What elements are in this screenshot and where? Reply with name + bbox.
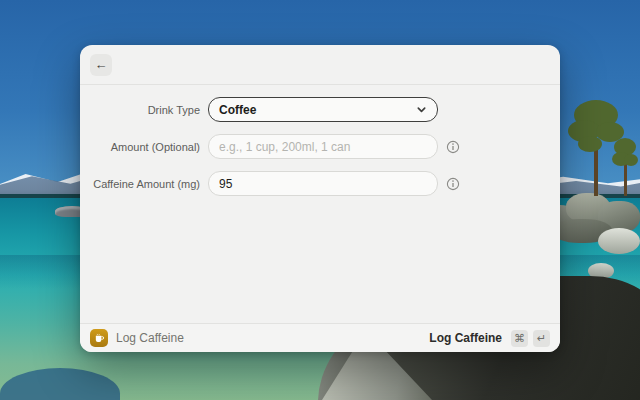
log-caffeine-action[interactable]: Log Caffeine [429, 331, 502, 345]
caffeine-amount-input[interactable] [219, 172, 427, 195]
wallpaper-white-boulder [598, 228, 640, 254]
back-button[interactable]: ← [90, 54, 112, 76]
drink-type-value: Coffee [219, 103, 256, 117]
dialog-header: ← [80, 45, 560, 85]
desktop: ← Drink Type Coffee Amount (Optional) [0, 0, 640, 400]
drink-type-row: Drink Type Coffee [80, 97, 560, 122]
amount-label: Amount (Optional) [80, 141, 200, 153]
drink-type-label: Drink Type [80, 104, 200, 116]
caffeine-amount-label: Caffeine Amount (mg) [80, 178, 200, 190]
caffeine-field-wrap [208, 171, 438, 196]
coffee-cup-icon [90, 329, 108, 347]
footer-app-info: Log Caffeine [90, 329, 184, 347]
dialog-footer: Log Caffeine Log Caffeine ⌘ ↵ [80, 323, 560, 352]
wallpaper-pine-tree-small [612, 138, 638, 196]
amount-row: Amount (Optional) [80, 134, 560, 159]
footer-actions: Log Caffeine ⌘ ↵ [429, 330, 550, 347]
chevron-down-icon [416, 104, 427, 115]
amount-field-wrap [208, 134, 438, 159]
return-key-icon: ↵ [533, 330, 550, 347]
command-key-icon: ⌘ [511, 330, 528, 347]
dialog-form: Drink Type Coffee Amount (Optional) [80, 85, 560, 196]
footer-app-name: Log Caffeine [116, 331, 184, 345]
log-caffeine-dialog: ← Drink Type Coffee Amount (Optional) [80, 45, 560, 352]
caffeine-amount-row: Caffeine Amount (mg) [80, 171, 560, 196]
info-icon[interactable] [446, 140, 460, 154]
info-icon[interactable] [446, 177, 460, 191]
amount-input[interactable] [219, 135, 427, 158]
drink-type-select[interactable]: Coffee [208, 97, 438, 122]
